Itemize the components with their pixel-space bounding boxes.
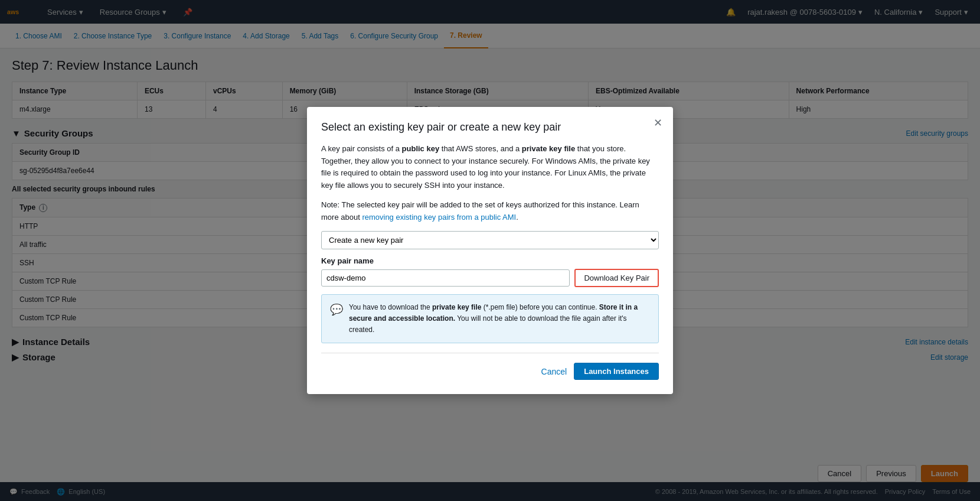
modal-description-2: Note: The selected key pair will be adde… xyxy=(321,199,659,224)
info-box-text: You have to download the private key fil… xyxy=(349,302,650,336)
modal-close-button[interactable]: ✕ xyxy=(654,118,662,128)
modal-divider xyxy=(321,353,659,353)
modal-body: A key pair consists of a public key that… xyxy=(321,143,659,343)
info-box: 💬 You have to download the private key f… xyxy=(321,294,659,344)
keypair-modal: Select an existing key pair or create a … xyxy=(307,107,673,394)
download-keypair-button[interactable]: Download Key Pair xyxy=(574,269,659,287)
modal-description-1: A key pair consists of a public key that… xyxy=(321,143,659,192)
modal-cancel-button[interactable]: Cancel xyxy=(541,367,567,376)
keypair-type-select[interactable]: Create a new key pair Choose an existing… xyxy=(321,231,659,249)
modal-footer: Cancel Launch Instances xyxy=(321,363,659,380)
modal-overlay: Select an existing key pair or create a … xyxy=(0,0,980,424)
info-box-icon: 💬 xyxy=(330,303,343,336)
modal-title: Select an existing key pair or create a … xyxy=(321,121,659,134)
keypair-link[interactable]: removing existing key pairs from a publi… xyxy=(362,213,516,222)
keypair-name-label: Key pair name xyxy=(321,256,659,265)
keypair-name-input[interactable] xyxy=(321,269,570,287)
keypair-row: Download Key Pair xyxy=(321,269,659,287)
modal-launch-button[interactable]: Launch Instances xyxy=(574,363,659,380)
